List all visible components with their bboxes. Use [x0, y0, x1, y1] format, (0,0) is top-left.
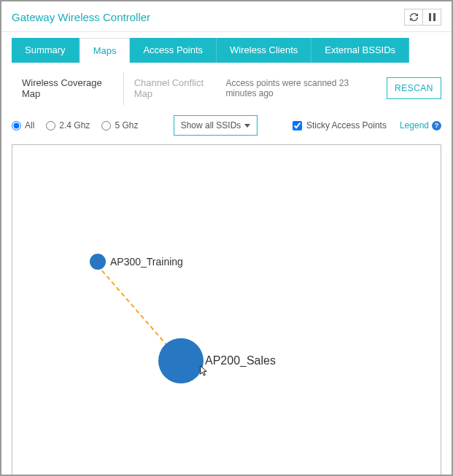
pause-icon	[429, 13, 435, 21]
refresh-button[interactable]	[404, 9, 423, 26]
refresh-icon	[409, 12, 419, 22]
legend-link[interactable]: Legend ?	[400, 120, 441, 130]
radio-5ghz-label: 5 Ghz	[115, 120, 138, 130]
ap-label-sales: AP200_Sales	[205, 354, 276, 367]
radio-all-input[interactable]	[12, 121, 21, 130]
sticky-ap-label: Sticky Access Points	[306, 120, 387, 130]
ssid-dropdown-label: Show all SSIDs	[181, 120, 241, 130]
radio-5ghz-input[interactable]	[101, 121, 111, 130]
coverage-map[interactable]: AP300_Training AP200_Sales	[12, 144, 441, 476]
main-tabs: Summary Maps Access Points Wireless Clie…	[12, 38, 441, 63]
subtab-conflict[interactable]: Channel Conflict Map	[124, 71, 226, 105]
ap-node-sales[interactable]	[158, 338, 204, 383]
tab-summary[interactable]: Summary	[12, 38, 80, 63]
tab-access-points[interactable]: Access Points	[130, 38, 217, 63]
ssid-dropdown[interactable]: Show all SSIDs	[174, 115, 258, 136]
topbar-controls	[404, 9, 441, 26]
help-icon: ?	[432, 121, 441, 130]
legend-label: Legend	[400, 120, 429, 130]
ap-label-training: AP300_Training	[110, 256, 183, 268]
chevron-down-icon	[244, 124, 250, 128]
radio-24ghz[interactable]: 2.4 Ghz	[46, 120, 90, 130]
rescan-button[interactable]: RESCAN	[387, 77, 441, 99]
page-title[interactable]: Gateway Wireless Controller	[12, 11, 150, 23]
tab-wireless-clients[interactable]: Wireless Clients	[217, 38, 311, 63]
pause-button[interactable]	[422, 9, 441, 26]
map-subtabs: Wireless Coverage Map Channel Conflict M…	[12, 71, 225, 105]
subtab-coverage[interactable]: Wireless Coverage Map	[12, 71, 124, 105]
scan-status: Access points were scanned 23 minutes ag…	[225, 78, 379, 98]
ap-node-training[interactable]	[90, 254, 106, 270]
tab-external-bssids[interactable]: External BSSIDs	[311, 38, 409, 63]
radio-all-label: All	[25, 120, 34, 130]
radio-24ghz-input[interactable]	[46, 121, 55, 130]
radio-5ghz[interactable]: 5 Ghz	[101, 120, 138, 130]
tab-maps[interactable]: Maps	[80, 38, 131, 63]
sticky-ap-checkbox[interactable]: Sticky Access Points	[293, 120, 387, 130]
radio-24ghz-label: 2.4 Ghz	[59, 120, 90, 130]
sticky-ap-input[interactable]	[293, 121, 302, 130]
radio-all[interactable]: All	[12, 120, 34, 130]
frequency-filters: All 2.4 Ghz 5 Ghz	[12, 120, 138, 130]
